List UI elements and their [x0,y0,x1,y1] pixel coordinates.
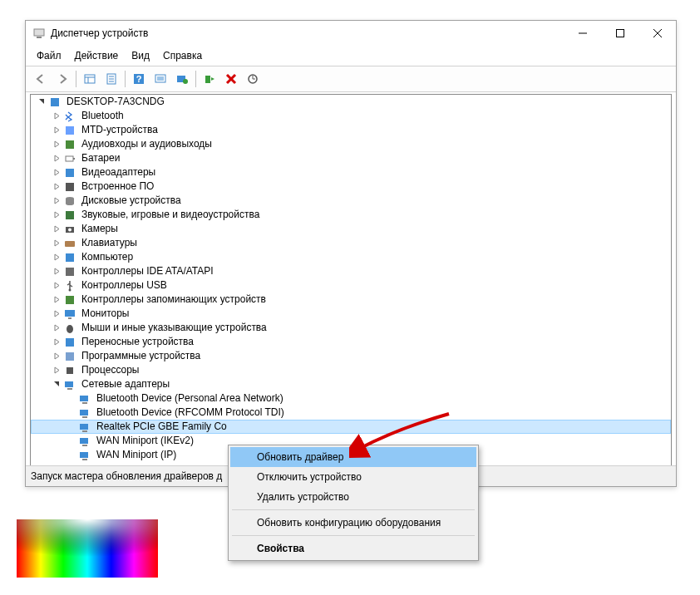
tree-category[interactable]: Мониторы [31,307,671,321]
expand-icon[interactable] [51,239,63,247]
show-hide-tree-button[interactable] [80,69,100,89]
svg-rect-54 [82,430,87,432]
tree-category[interactable]: Мыши и иные указывающие устройства [31,321,671,335]
svg-rect-6 [85,75,95,83]
svg-rect-0 [34,29,44,36]
svg-rect-1 [37,37,42,38]
uninstall-device-button[interactable] [221,69,241,89]
tree-category-network[interactable]: Сетевые адаптеры [31,377,671,391]
tree-category[interactable]: Аудиовходы и аудиовыходы [31,137,671,151]
tree-category[interactable]: Переносные устройства [31,335,671,349]
tree-item-label: Контроллеры USB [80,278,169,293]
context-item[interactable]: Отключить устройство [230,467,476,487]
expand-icon[interactable] [51,211,63,219]
svg-rect-49 [80,396,88,401]
expand-icon[interactable] [51,112,63,120]
svg-rect-60 [17,519,158,561]
expand-icon[interactable] [51,197,63,204]
toolbar: ? [26,66,676,92]
tree-item-label: Bluetooth [80,109,126,123]
tree-category[interactable]: Звуковые, игровые и видеоустройства [31,208,671,222]
tree-category[interactable]: Дисковые устройства [31,194,671,208]
tree-item-label: Программные устройства [80,349,202,363]
expand-icon[interactable] [51,366,63,374]
monitor-icon [63,307,76,321]
expand-icon[interactable] [51,324,63,332]
context-item[interactable]: Обновить конфигурацию оборудования [230,513,476,533]
update-driver-button[interactable] [172,69,192,89]
svg-rect-27 [73,158,75,160]
expand-icon[interactable] [36,98,48,106]
menu-view[interactable]: Вид [126,47,155,64]
expand-icon[interactable] [51,183,63,190]
tree-category[interactable]: MTD-устройства [31,123,671,137]
menubar: Файл Действие Вид Справка [26,46,676,66]
context-item[interactable]: Удалить устройство [230,487,476,507]
back-button[interactable] [31,69,51,89]
help-button[interactable]: ? [129,69,149,89]
svg-rect-25 [66,140,74,149]
forward-button[interactable] [52,69,72,89]
tree-item-label: MTD-устройства [80,123,160,137]
svg-rect-61 [17,561,158,578]
tree-category[interactable]: Bluetooth [31,109,671,123]
tree-category[interactable]: Клавиатуры [31,236,671,250]
expand-icon[interactable] [51,338,63,346]
expand-icon[interactable] [51,225,63,233]
expand-icon[interactable] [51,352,63,360]
expand-icon[interactable] [51,282,63,289]
svg-rect-57 [80,452,88,458]
tree-category[interactable]: Контроллеры запоминающих устройств [31,293,671,307]
tree-item-label: Аудиовходы и аудиовыходы [80,137,214,151]
tree-category[interactable]: Компьютер [31,250,671,264]
expand-icon[interactable] [51,126,63,134]
enable-device-button[interactable] [200,69,219,89]
cpu-icon [63,364,76,377]
tree-category[interactable]: Встроенное ПО [31,179,671,194]
svg-rect-37 [66,253,74,262]
svg-rect-58 [82,459,87,460]
tree-category[interactable]: Камеры [31,222,671,236]
tree-category[interactable]: Контроллеры USB [31,278,671,293]
tree-category[interactable]: Программные устройства [31,349,671,363]
sound-icon [63,209,76,222]
tree-item-label: Переносные устройства [80,335,195,349]
firmware-icon [63,180,76,194]
tree-item-label: Мыши и иные указывающие устройства [80,321,269,335]
menu-help[interactable]: Справка [157,47,208,64]
expand-icon[interactable] [51,253,63,261]
tree-category[interactable]: Процессоры [31,363,671,377]
tree-root[interactable]: DESKTOP-7A3CNDG [31,95,671,109]
scan-button[interactable] [150,69,170,89]
svg-point-35 [68,228,71,231]
tree-category[interactable]: Батареи [31,151,671,165]
properties-button[interactable] [101,69,121,89]
expand-icon[interactable] [51,155,63,162]
svg-rect-26 [66,156,73,161]
color-palette-strip [17,519,158,578]
menu-file[interactable]: Файл [31,47,67,64]
close-button[interactable] [638,21,676,46]
expand-icon[interactable] [51,296,63,303]
svg-rect-52 [82,416,87,418]
tree-device[interactable]: Bluetooth Device (Personal Area Network) [31,391,671,406]
svg-rect-45 [66,352,74,361]
tree-category[interactable]: Видеоадаптеры [31,165,671,179]
expand-icon[interactable] [51,310,63,317]
bluetooth-icon [63,110,76,123]
tree-item-label: Контроллеры запоминающих устройств [80,293,268,307]
maximize-button[interactable] [601,21,638,46]
tree-category[interactable]: Контроллеры IDE ATA/ATAPI [31,264,671,278]
expand-icon[interactable] [51,169,63,176]
expand-icon[interactable] [51,268,63,275]
net-icon [78,392,91,406]
usb-icon [63,279,76,293]
scan-hardware-button[interactable] [243,69,263,89]
keyboard-icon [63,237,76,250]
expand-icon[interactable] [51,140,63,148]
menu-action[interactable]: Действие [69,47,125,64]
svg-rect-33 [66,211,74,219]
context-item[interactable]: Свойства [230,538,476,558]
expand-icon[interactable] [51,381,63,388]
minimize-button[interactable] [564,21,601,46]
